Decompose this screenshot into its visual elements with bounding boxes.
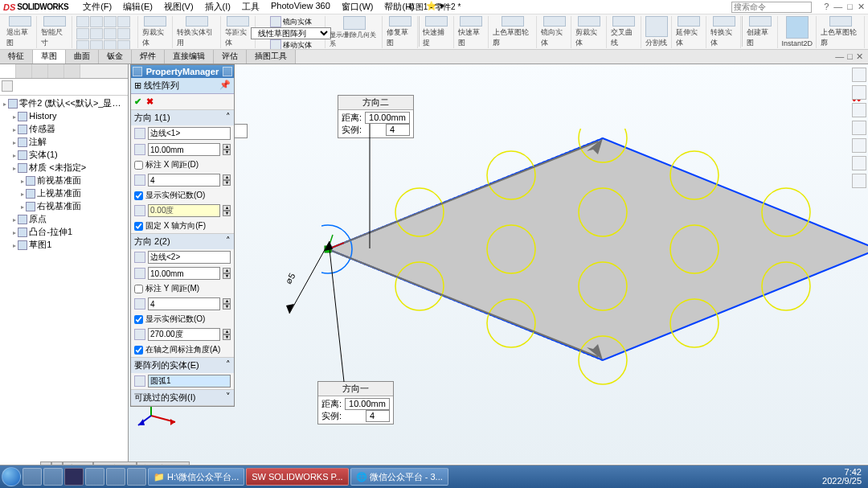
ribbon-g9[interactable]: 延伸实体: [673, 16, 706, 48]
ribbon-g13[interactable]: 上色草图轮廓: [817, 16, 865, 48]
d1-count-input[interactable]: [148, 174, 220, 187]
tab-directedit[interactable]: 直接编辑: [165, 50, 214, 64]
menu-insert[interactable]: 插入(I): [200, 0, 235, 14]
tab-weldments[interactable]: 焊件: [132, 50, 165, 64]
pm-titlebar[interactable]: PropertyManager: [131, 65, 234, 78]
ribbon-trim[interactable]: 剪裁实体: [139, 16, 173, 48]
close-icon[interactable]: ✕: [858, 2, 865, 12]
system-clock[interactable]: 7:422022/9/25: [822, 468, 866, 486]
appearances-tab-icon[interactable]: [852, 138, 866, 153]
ribbon-g8[interactable]: 分割线: [642, 16, 672, 48]
help-icon[interactable]: ?: [824, 2, 829, 12]
feature-tree[interactable]: 零件2 (默认<<默认>_显示状态 1>) History 传感器 注解 实体(…: [0, 96, 128, 253]
pinned-app-6[interactable]: [127, 468, 146, 486]
ribbon-quicksnap[interactable]: 快速捕捉: [420, 16, 453, 48]
start-button[interactable]: [2, 467, 21, 486]
callout-direction1[interactable]: 方向一 距离:10.00mm 实例:4: [317, 381, 394, 424]
tree-history[interactable]: History: [3, 110, 125, 123]
menu-photoview[interactable]: PhotoView 360: [266, 0, 335, 14]
menu-file[interactable]: 文件(F): [78, 0, 117, 14]
tree-annotations[interactable]: 注解: [3, 136, 125, 149]
pinned-app-1[interactable]: [23, 468, 42, 486]
ribbon-g6[interactable]: 剪裁实体: [572, 16, 606, 48]
reverse-dir2-icon[interactable]: [134, 252, 145, 263]
pinned-app-2[interactable]: [43, 468, 63, 486]
collapse-icon[interactable]: ˄: [226, 359, 231, 371]
tab-sheetmetal[interactable]: 钣金: [99, 50, 132, 64]
menu-tools[interactable]: 工具: [237, 0, 264, 14]
tab-sketchink[interactable]: 插图工具: [247, 50, 296, 64]
task-browser[interactable]: 🌐微信公众平台 - 3...: [350, 468, 448, 486]
ribbon-g5[interactable]: 镜向实体: [538, 16, 571, 48]
tab-sketch[interactable]: 草图: [33, 50, 66, 64]
d1-count-value[interactable]: 4: [366, 410, 390, 422]
tab-evaluate[interactable]: 评估: [214, 50, 247, 64]
ribbon-rapid[interactable]: 快速草图: [455, 16, 489, 48]
resources-tab-icon[interactable]: [852, 68, 866, 82]
ribbon-smart-dim[interactable]: 智能尺寸: [38, 16, 72, 48]
collapse-icon[interactable]: ˄: [226, 236, 231, 248]
pattern-dropdown[interactable]: 线性草图阵列: [251, 27, 331, 39]
property-manager-tab-icon[interactable]: [16, 64, 32, 78]
doc-min-icon[interactable]: —: [835, 51, 844, 62]
move-icon[interactable]: [270, 39, 281, 50]
config-manager-tab-icon[interactable]: [32, 64, 48, 78]
d2-spacing-value[interactable]: 10.00mm: [365, 112, 410, 124]
task-explorer[interactable]: 📁H:\微信公众平台...: [148, 468, 244, 486]
maximize-icon[interactable]: □: [847, 2, 853, 12]
reverse-dir1-icon[interactable]: [134, 128, 145, 139]
tab-features[interactable]: 特征: [0, 50, 33, 64]
ribbon-g11[interactable]: 创建草图: [743, 16, 777, 48]
ribbon-g7[interactable]: 交叉曲线: [608, 16, 641, 48]
d2-count-input[interactable]: [148, 297, 220, 310]
entities-field[interactable]: [148, 375, 231, 388]
tree-front-plane[interactable]: 前视基准面: [3, 174, 125, 187]
ribbon-instant2d[interactable]: Instant2D: [779, 16, 817, 48]
show1-check[interactable]: [134, 191, 143, 200]
dimx-check[interactable]: [134, 161, 143, 170]
pinned-app-5[interactable]: [106, 468, 125, 486]
search-input[interactable]: [731, 2, 812, 13]
dimy-check[interactable]: [134, 285, 143, 293]
feature-manager-tab-icon[interactable]: [0, 64, 16, 78]
fix1-check[interactable]: [134, 222, 143, 231]
menu-window[interactable]: 窗口(W): [337, 0, 379, 14]
menu-view[interactable]: 视图(V): [159, 0, 199, 14]
tree-origin[interactable]: 原点: [3, 213, 125, 226]
pinned-app-4[interactable]: [85, 468, 104, 486]
edge2-field[interactable]: [148, 251, 231, 264]
show2-check[interactable]: [134, 315, 143, 324]
pinned-ps[interactable]: [64, 468, 84, 486]
tree-solids[interactable]: 实体(1): [3, 149, 125, 162]
tree-extrude[interactable]: 凸台-拉伸1: [3, 226, 125, 239]
ribbon-g10[interactable]: 转换实体: [707, 16, 741, 48]
ribbon-shaded[interactable]: 上色草图轮廓: [489, 16, 537, 48]
tab-surfaces[interactable]: 曲面: [66, 50, 99, 64]
dimxpert-tab-icon[interactable]: [48, 64, 64, 78]
display-manager-tab-icon[interactable]: [64, 64, 80, 78]
forum-tab-icon[interactable]: [852, 174, 866, 188]
design-lib-tab-icon[interactable]: [852, 85, 866, 100]
minimize-icon[interactable]: —: [833, 2, 842, 12]
ruler-icon[interactable]: [233, 124, 248, 138]
expand-icon[interactable]: ˅: [226, 392, 231, 404]
pm-ok-button[interactable]: ✔: [134, 96, 141, 107]
collapse-icon[interactable]: ˄: [226, 112, 231, 124]
pm-pushpin-icon[interactable]: 📌: [219, 80, 231, 92]
file-explorer-tab-icon[interactable]: [852, 103, 866, 117]
edge1-field[interactable]: [148, 127, 231, 140]
d2-spacing-input[interactable]: [148, 267, 220, 280]
pm-cancel-button[interactable]: ✖: [146, 96, 154, 107]
tree-sketch1[interactable]: 草图1: [3, 239, 125, 252]
pm-help-icon[interactable]: [223, 67, 232, 76]
doc-close-icon[interactable]: ✕: [856, 51, 863, 62]
d2-angle-input[interactable]: [148, 328, 220, 341]
spinner[interactable]: ▴▾: [223, 144, 231, 155]
anno-check[interactable]: [134, 346, 143, 355]
view-palette-tab-icon[interactable]: [852, 121, 866, 135]
tree-sensors[interactable]: 传感器: [3, 123, 125, 136]
ribbon-exit-sketch[interactable]: 退出草图: [3, 16, 37, 48]
tree-top-plane[interactable]: 上视基准面: [3, 187, 125, 200]
pm-pin-icon[interactable]: [133, 67, 142, 76]
tree-material[interactable]: 材质 <未指定>: [3, 162, 125, 174]
